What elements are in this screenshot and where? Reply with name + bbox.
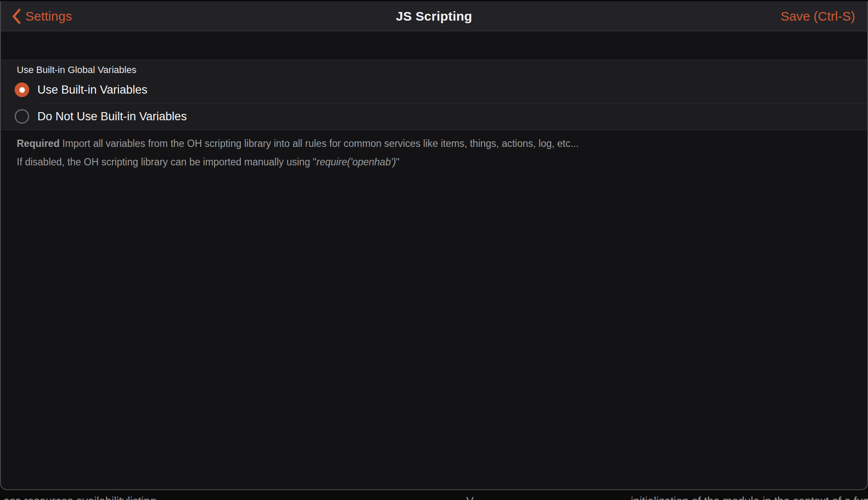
page-title: JS Scripting [396, 9, 472, 24]
radio-selected-icon [15, 82, 29, 97]
option-use-builtin-variables[interactable]: Use Built-in Variables [1, 76, 867, 103]
save-button-label: Save (Ctrl-S) [781, 9, 855, 24]
global-variables-option-list: Use Built-in Global Variables Use Built-… [1, 60, 867, 130]
background-clipped-text-left: ass resources availabilitylisting [3, 494, 156, 500]
description-line-1: Required Import all variables from the O… [17, 134, 850, 153]
chevron-left-icon [12, 9, 21, 24]
option-label: Do Not Use Built-in Variables [37, 110, 187, 123]
option-do-not-use-builtin-variables[interactable]: Do Not Use Built-in Variables [1, 103, 867, 130]
save-button[interactable]: Save (Ctrl-S) [781, 1, 855, 31]
back-button-label: Settings [25, 9, 72, 24]
background-clipped-text-mid: V [466, 494, 474, 500]
radio-unselected-icon [15, 109, 29, 124]
back-button[interactable]: Settings [12, 1, 72, 31]
top-spacer [1, 31, 867, 60]
option-description: Required Import all variables from the O… [1, 130, 867, 171]
description-line-2: If disabled, the OH scripting library ca… [17, 153, 850, 171]
option-group-label: Use Built-in Global Variables [1, 60, 867, 76]
background-clipped-text-right: initialization of the module in the cont… [631, 494, 868, 500]
option-label: Use Built-in Variables [37, 83, 147, 97]
js-scripting-settings-sheet: Settings JS Scripting Save (Ctrl-S) Use … [0, 1, 868, 490]
navbar: Settings JS Scripting Save (Ctrl-S) [1, 1, 867, 31]
